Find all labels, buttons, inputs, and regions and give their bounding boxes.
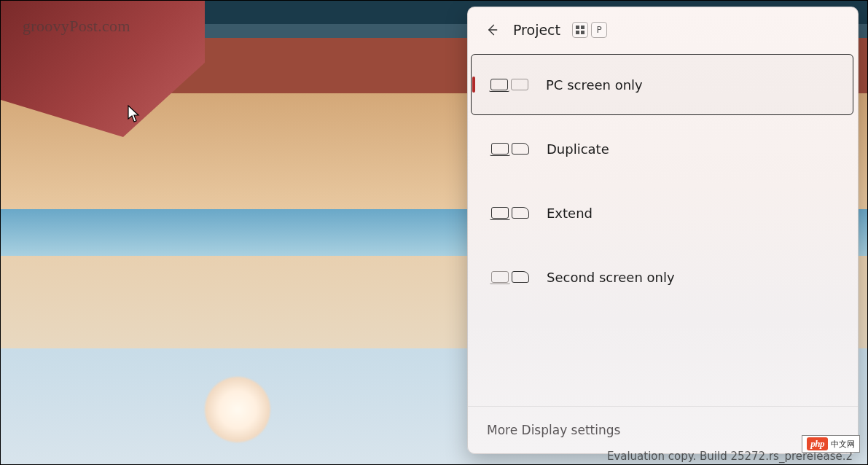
option-label: Extend	[547, 206, 593, 221]
panel-header: Project P	[468, 7, 858, 48]
second-only-icon	[491, 271, 532, 283]
option-label: PC screen only	[546, 77, 643, 93]
watermark-text: groovyPost.com	[23, 17, 130, 36]
more-display-settings-link[interactable]: More Display settings	[487, 423, 839, 437]
duplicate-icon	[491, 143, 532, 155]
arrow-left-icon	[485, 23, 499, 37]
project-panel: Project P PC screen only	[467, 7, 859, 454]
option-label: Duplicate	[547, 141, 609, 157]
svg-rect-1	[576, 26, 579, 29]
option-pc-screen-only[interactable]: PC screen only	[471, 54, 853, 115]
php-logo: php	[807, 437, 828, 450]
option-duplicate[interactable]: Duplicate	[472, 118, 853, 179]
svg-rect-3	[576, 31, 579, 34]
mouse-cursor-icon	[128, 105, 141, 124]
windows-key-icon	[572, 22, 588, 38]
svg-rect-4	[581, 31, 584, 34]
php-suffix: 中文网	[831, 439, 855, 450]
shortcut-hint: P	[572, 22, 607, 38]
panel-footer: More Display settings	[468, 406, 858, 453]
php-badge: php 中文网	[802, 435, 860, 453]
p-key: P	[591, 22, 607, 38]
extend-icon	[491, 207, 532, 219]
option-label: Second screen only	[547, 270, 675, 285]
desktop-wallpaper: groovyPost.com Project P PC scre	[0, 0, 868, 465]
svg-rect-2	[581, 26, 584, 29]
back-button[interactable]	[481, 19, 503, 41]
option-extend[interactable]: Extend	[472, 182, 853, 243]
pc-only-icon	[490, 79, 531, 90]
project-options-list: PC screen only Duplicate Extend	[468, 48, 858, 406]
panel-title: Project	[513, 22, 560, 38]
option-second-screen-only[interactable]: Second screen only	[472, 246, 853, 308]
